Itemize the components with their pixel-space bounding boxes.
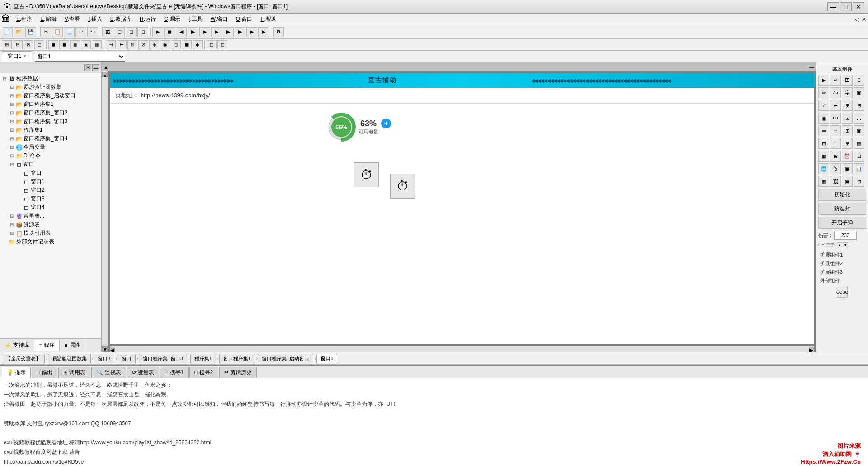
comp-panel[interactable]: ▣ bbox=[818, 113, 829, 124]
tb-box2[interactable]: ◻ bbox=[126, 27, 137, 37]
restore-button[interactable]: □ bbox=[840, 2, 852, 11]
comp-c1[interactable]: ⊡ bbox=[818, 138, 829, 149]
tree-item-global-var[interactable]: ⊟ 🌐 全局变量 bbox=[8, 143, 100, 152]
tb2-btnA[interactable]: ⊣ bbox=[106, 40, 116, 49]
menu-window[interactable]: W.窗口 bbox=[207, 14, 231, 24]
tree-item-external-file[interactable]: 📁 外部文件记录表 bbox=[1, 238, 100, 246]
anti-seal-btn[interactable]: 防造封 bbox=[818, 203, 866, 215]
tree-item-window-root[interactable]: ⊟ ◻ 窗口 bbox=[8, 160, 100, 169]
timer-widget-2[interactable]: ⏱ bbox=[390, 174, 415, 199]
tb2-btn8[interactable]: ▣ bbox=[81, 40, 91, 49]
bc-global-var[interactable]: 【全局变量表】 bbox=[2, 354, 45, 363]
bc-startup[interactable]: 窗口程序集_启动窗口 bbox=[258, 354, 313, 363]
tree-item-window2[interactable]: ◻ 窗口2 bbox=[15, 186, 100, 195]
bc-window-set1[interactable]: 窗口程序集1 bbox=[219, 354, 255, 363]
tb2-btn3[interactable]: ⊠ bbox=[24, 40, 33, 49]
bc-window1[interactable]: 窗口1 bbox=[316, 354, 337, 363]
comp-image[interactable]: 🖼 bbox=[842, 75, 853, 86]
tb-new[interactable]: 📄 bbox=[2, 27, 13, 37]
comp-e1[interactable]: 🌐 bbox=[818, 163, 829, 174]
expand-external[interactable]: 外部组件 bbox=[818, 276, 866, 285]
btm-tab-output[interactable]: □ 输出 bbox=[32, 367, 57, 378]
tb2-btnJ[interactable]: ◻ bbox=[207, 40, 217, 49]
comp-d3[interactable]: ⏰ bbox=[842, 151, 853, 162]
comp-d4[interactable]: ⊡ bbox=[854, 151, 864, 162]
tb-box3[interactable]: ◻ bbox=[137, 27, 148, 37]
tree-toggle[interactable]: ⊟ bbox=[1, 75, 8, 82]
menu-compile[interactable]: C.调示 bbox=[160, 14, 184, 24]
comp-cross[interactable]: ⊞ bbox=[842, 125, 853, 136]
comp-text[interactable]: Aa bbox=[830, 87, 841, 98]
tb2-btnD[interactable]: ⊠ bbox=[138, 40, 148, 49]
initialize-btn[interactable]: 初始化 bbox=[818, 189, 866, 201]
tb2-btn1[interactable]: ⊞ bbox=[2, 40, 12, 49]
tb-save[interactable]: 💾 bbox=[25, 27, 36, 37]
minimize-button[interactable]: — bbox=[827, 2, 839, 11]
comp-arrow[interactable]: ➡ bbox=[818, 125, 829, 136]
tb2-btn2[interactable]: ⊟ bbox=[13, 40, 23, 49]
tree-item-const[interactable]: ⊟ 🔮 常里表... bbox=[8, 212, 100, 220]
lb-tab-properties[interactable]: ■ 属性 bbox=[60, 340, 85, 351]
tb2-btnF[interactable]: ◉ bbox=[160, 40, 170, 49]
tree-item-program-data[interactable]: ⊟ 🖥 程序数据 bbox=[1, 74, 100, 83]
timer-widget-1[interactable]: ⏱ bbox=[354, 162, 379, 187]
tb-run[interactable]: ▶ bbox=[152, 27, 163, 37]
expand-group-2[interactable]: 扩展组件2 bbox=[818, 259, 866, 268]
comp-c2[interactable]: ⊢ bbox=[830, 138, 841, 149]
btm-tab-watch[interactable]: 🔍 监视表 bbox=[91, 367, 126, 378]
canvas-close-btn[interactable]: — bbox=[802, 77, 811, 84]
menu-help[interactable]: H.帮助 bbox=[257, 14, 280, 24]
tb2-btnB[interactable]: ⊢ bbox=[117, 40, 127, 49]
bc-window3[interactable]: 窗口3 bbox=[94, 354, 114, 363]
expand-group-3[interactable]: 扩展组件3 bbox=[818, 268, 866, 276]
menu-program[interactable]: E.程序 bbox=[13, 14, 36, 24]
tree-item-window-set1[interactable]: ⊟ 📂 窗口程序集1 bbox=[8, 100, 100, 109]
comp-ai[interactable]: AI bbox=[830, 75, 841, 86]
window-tab-1[interactable]: 窗口1 × bbox=[2, 51, 32, 62]
tb-box1[interactable]: ◻ bbox=[114, 27, 125, 37]
tb2-btnE[interactable]: ◈ bbox=[149, 40, 159, 49]
lb-tab-program[interactable]: □ 程序 bbox=[34, 340, 60, 351]
comp-f3[interactable]: ▣ bbox=[842, 176, 853, 187]
btm-tab-call[interactable]: ⊞ 调用表 bbox=[58, 367, 90, 378]
left-panel-close[interactable]: ✕ bbox=[84, 64, 91, 71]
tb2-btnK[interactable]: ◻ bbox=[217, 40, 227, 49]
tree-item-prog-set1[interactable]: ⊟ 📂 程序集1 bbox=[8, 126, 100, 134]
btm-tab-var[interactable]: ⟳ 变量表 bbox=[127, 367, 159, 378]
tb2-btn7[interactable]: ▦ bbox=[70, 40, 80, 49]
right-restore[interactable]: ◁ bbox=[855, 16, 859, 23]
tb2-btnI[interactable]: ◆ bbox=[193, 40, 203, 49]
tb2-btnG[interactable]: ◻ bbox=[171, 40, 181, 49]
tb2-btn6[interactable]: ◼ bbox=[59, 40, 69, 49]
comp-c4[interactable]: ▦ bbox=[854, 138, 864, 149]
bc-prog-set1[interactable]: 程序集1 bbox=[190, 354, 216, 363]
tb2-btn9[interactable]: ▦ bbox=[92, 40, 102, 49]
comp-dots[interactable]: … bbox=[854, 113, 864, 124]
window-selector[interactable]: 窗口1 bbox=[35, 52, 125, 62]
hp-icon1[interactable]: ▲ bbox=[837, 242, 842, 247]
expand-group-1[interactable]: 扩展组件1 bbox=[818, 251, 866, 259]
comp-edit[interactable]: ✏ bbox=[818, 87, 829, 98]
tb-paste[interactable]: 📃 bbox=[64, 27, 75, 37]
tb-step6[interactable]: ▶ bbox=[246, 27, 257, 37]
tb-stop[interactable]: ◼ bbox=[164, 27, 175, 37]
tree-item-window3[interactable]: ◻ 窗口3 bbox=[15, 195, 100, 203]
tree-item-dll[interactable]: ⊟ 📁 Dll命令 bbox=[8, 152, 100, 160]
tb-copy[interactable]: 📋 bbox=[52, 27, 63, 37]
tree-item-window-set2[interactable]: ⊟ 📂 窗口程序集_窗口2 bbox=[8, 109, 100, 117]
tb2-btnC[interactable]: ⊡ bbox=[127, 40, 137, 49]
left-panel-restore[interactable]: — bbox=[92, 64, 99, 71]
tb2-btn5[interactable]: ◼ bbox=[48, 40, 58, 49]
tree-item-easy-verify[interactable]: ⊟ 📂 易游验证团数集 bbox=[8, 83, 100, 91]
btm-tab-tip[interactable]: 💡 提示 bbox=[2, 367, 31, 378]
tb-step5[interactable]: ▶ bbox=[235, 27, 245, 37]
comp-f2[interactable]: 🖼 bbox=[830, 176, 841, 187]
battery-plus-btn[interactable]: + bbox=[381, 119, 391, 128]
tb-undo[interactable]: ↩ bbox=[75, 27, 86, 37]
bc-window[interactable]: 窗口 bbox=[118, 354, 136, 363]
tree-item-window-startup[interactable]: ⊟ 📂 窗口程序集_启动窗口 bbox=[8, 91, 100, 100]
tb-prev[interactable]: ◀ bbox=[176, 27, 187, 37]
btm-tab-search2[interactable]: □ 搜寻2 bbox=[189, 367, 218, 378]
comp-f4[interactable]: ⊡ bbox=[854, 176, 864, 187]
tb-step7[interactable]: ▶ bbox=[258, 27, 269, 37]
